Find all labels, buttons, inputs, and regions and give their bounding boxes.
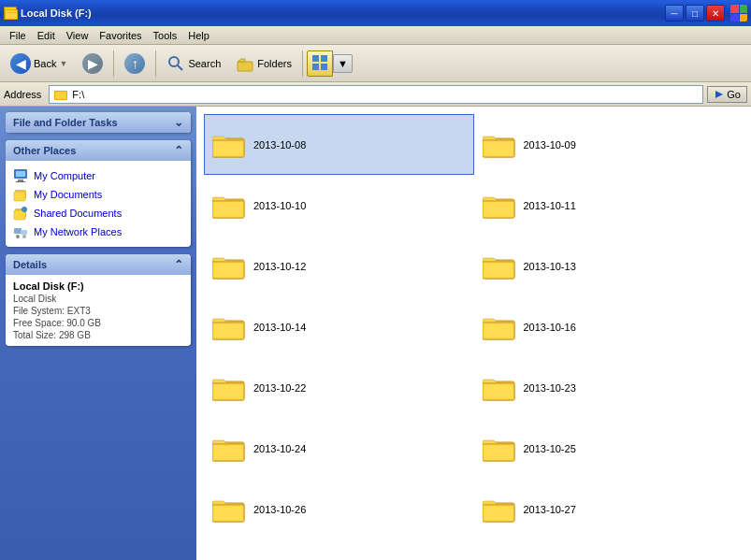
folder-name: 2013-10-12 [253, 261, 306, 272]
details-content: Local Disk (F:) Local Disk File System: … [6, 275, 191, 346]
folder-icon [483, 131, 516, 159]
svg-rect-1 [6, 10, 17, 19]
menu-edit[interactable]: Edit [32, 29, 61, 42]
details-subtitle: Local Disk [13, 294, 183, 304]
other-places-content: My Computer My Documents Shared Doc [6, 161, 191, 247]
folder-icon [483, 495, 516, 524]
folder-item[interactable]: 2013-10-09 [474, 114, 744, 175]
folder-icon [212, 313, 246, 341]
folder-item[interactable]: 2013-10-27 [474, 479, 744, 539]
folder-name: 2013-10-10 [253, 200, 306, 211]
forward-button[interactable]: ▶ [76, 50, 109, 78]
svg-rect-67 [484, 507, 513, 520]
sidebar-link-my-computer[interactable]: My Computer [13, 166, 183, 185]
svg-rect-31 [484, 142, 513, 155]
windows-logo [730, 5, 747, 22]
up-button[interactable]: ↑ [118, 50, 152, 78]
folder-item[interactable]: 2013-10-28 [204, 539, 474, 560]
svg-rect-18 [14, 192, 25, 201]
folder-icon [212, 374, 246, 402]
svg-rect-61 [484, 446, 513, 459]
svg-rect-37 [484, 203, 513, 216]
menu-help[interactable]: Help [182, 29, 215, 42]
folder-name: 2013-10-25 [524, 443, 576, 454]
computer-icon [13, 168, 28, 183]
svg-rect-43 [484, 264, 513, 277]
folder-icon [212, 131, 246, 159]
other-places-header[interactable]: Other Places ⌃ [6, 140, 191, 161]
svg-rect-64 [214, 507, 242, 520]
svg-rect-55 [484, 385, 513, 398]
forward-arrow-icon: ▶ [82, 53, 103, 74]
other-places-panel: Other Places ⌃ My Computer [6, 140, 191, 247]
svg-point-25 [22, 235, 26, 238]
folder-name: 2013-10-13 [524, 261, 576, 272]
menu-favorites[interactable]: Favorites [94, 29, 147, 42]
folder-item[interactable]: 2013-10-08 [204, 114, 474, 175]
folder-icon [483, 313, 516, 341]
folder-item[interactable]: 2013-10-12 [204, 236, 474, 296]
view-dropdown-arrow[interactable]: ▼ [333, 54, 353, 73]
svg-rect-8 [312, 64, 319, 70]
folder-icon [483, 435, 516, 463]
menu-file[interactable]: File [4, 29, 32, 42]
minimize-button[interactable]: ─ [665, 5, 684, 22]
folder-item[interactable]: 2013-10-23 [474, 357, 744, 418]
view-mode-button[interactable] [307, 50, 333, 77]
close-button[interactable]: ✕ [706, 5, 725, 22]
file-tasks-panel: File and Folder Tasks ⌄ [6, 112, 191, 133]
folder-item[interactable]: 2013-10-24 [204, 418, 474, 479]
svg-rect-5 [238, 62, 253, 71]
sidebar-link-my-documents[interactable]: My Documents [13, 185, 183, 204]
sidebar-link-shared-documents[interactable]: Shared Documents [13, 204, 183, 223]
view-dropdown[interactable]: ▼ [307, 50, 353, 77]
svg-marker-12 [715, 91, 723, 98]
folder-item[interactable]: 2013-10-14 [204, 296, 474, 357]
sidebar-link-network-places[interactable]: My Network Places [13, 223, 183, 241]
folder-name: 2013-10-22 [253, 382, 306, 394]
folder-item[interactable]: 2013-10-29 [474, 539, 744, 560]
go-icon [714, 89, 725, 100]
folder-name: 2013-10-11 [524, 200, 576, 211]
menu-view[interactable]: View [61, 29, 94, 42]
shared-docs-icon [13, 206, 28, 221]
folder-name: 2013-10-14 [253, 322, 306, 333]
toolbar-separator-3 [302, 50, 303, 77]
svg-rect-14 [16, 171, 25, 177]
folder-item[interactable]: 2013-10-13 [474, 236, 744, 296]
svg-line-4 [178, 65, 182, 70]
folder-name: 2013-10-26 [253, 504, 306, 515]
folder-name: 2013-10-08 [253, 139, 306, 151]
details-header[interactable]: Details ⌃ [6, 254, 191, 275]
folder-icon [212, 435, 246, 463]
folder-item[interactable]: 2013-10-25 [474, 418, 744, 479]
file-tasks-header[interactable]: File and Folder Tasks ⌄ [6, 112, 191, 133]
menu-tools[interactable]: Tools [148, 29, 183, 42]
search-button[interactable]: Search [160, 50, 227, 77]
folder-item[interactable]: 2013-10-11 [474, 175, 744, 236]
back-button[interactable]: ◀ Back ▼ [4, 50, 74, 78]
svg-rect-11 [55, 92, 66, 99]
maximize-button[interactable]: □ [686, 5, 704, 22]
details-panel: Details ⌃ Local Disk (F:) Local Disk Fil… [6, 254, 191, 346]
details-totalsize: Total Size: 298 GB [13, 330, 183, 340]
svg-rect-2 [7, 12, 16, 13]
folder-name: 2013-10-27 [524, 504, 576, 515]
folder-item[interactable]: 2013-10-22 [204, 357, 474, 418]
address-input[interactable]: F:\ [49, 85, 703, 104]
title-bar: Local Disk (F:) ─ □ ✕ [0, 0, 751, 26]
svg-rect-58 [214, 446, 242, 459]
go-button[interactable]: Go [707, 86, 747, 103]
svg-point-21 [22, 207, 27, 212]
network-icon [13, 224, 28, 239]
folder-item[interactable]: 2013-10-16 [474, 296, 744, 357]
folder-icon [212, 252, 246, 280]
folder-item[interactable]: 2013-10-26 [204, 479, 474, 539]
sidebar: File and Folder Tasks ⌄ Other Places ⌃ [0, 107, 196, 560]
folders-button[interactable]: Folders [229, 50, 298, 77]
folder-item[interactable]: 2013-10-10 [204, 175, 474, 236]
details-freespace: Free Space: 90.0 GB [13, 318, 183, 328]
title-text: Local Disk (F:) [21, 7, 92, 19]
svg-point-3 [169, 57, 179, 66]
svg-point-24 [16, 235, 20, 238]
